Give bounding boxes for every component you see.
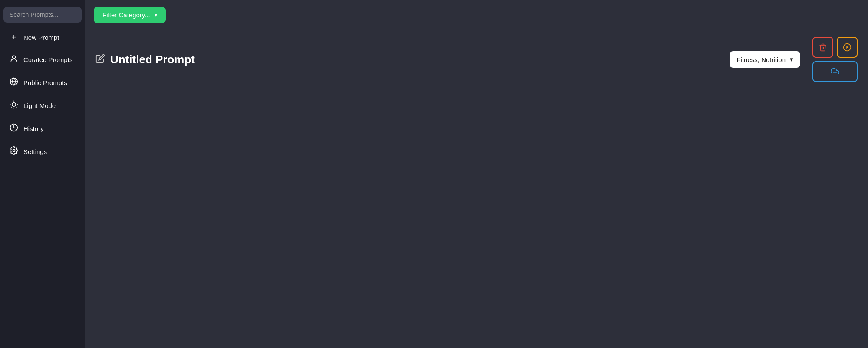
- sidebar-item-light-mode[interactable]: Light Mode: [3, 95, 82, 116]
- topbar: Filter Category... ▾: [85, 0, 868, 30]
- play-button[interactable]: [837, 37, 858, 58]
- category-label: Fitness, Nutrition: [736, 56, 786, 63]
- prompt-header: Untitled Prompt Fitness, Nutrition ▾: [85, 30, 868, 89]
- sidebar-item-new-prompt[interactable]: + New Prompt: [3, 28, 82, 47]
- curated-icon: [10, 54, 18, 65]
- plus-icon: +: [10, 33, 18, 42]
- svg-point-2: [12, 103, 16, 106]
- svg-line-10: [16, 102, 16, 102]
- sidebar-item-label: History: [23, 125, 44, 133]
- sidebar-item-history[interactable]: History: [3, 118, 82, 139]
- edit-icon: [95, 54, 105, 66]
- chevron-down-icon: ▾: [790, 56, 793, 63]
- settings-icon: [10, 146, 18, 157]
- delete-button[interactable]: [812, 37, 833, 58]
- svg-point-12: [13, 150, 15, 152]
- sidebar-item-label: Settings: [23, 148, 47, 156]
- svg-line-5: [11, 102, 12, 102]
- main-content: Filter Category... ▾ Untitled Prompt Fit…: [85, 0, 868, 348]
- filter-category-button[interactable]: Filter Category... ▾: [94, 7, 166, 23]
- sidebar-item-label: Public Prompts: [23, 79, 67, 87]
- filter-label: Filter Category...: [102, 11, 150, 19]
- svg-point-0: [13, 56, 16, 59]
- sidebar-item-label: Curated Prompts: [23, 56, 72, 64]
- prompt-title: Untitled Prompt: [110, 53, 195, 66]
- svg-line-6: [16, 107, 16, 107]
- upload-button[interactable]: [812, 61, 858, 82]
- svg-line-9: [11, 107, 12, 107]
- sidebar-item-curated-prompts[interactable]: Curated Prompts: [3, 49, 82, 70]
- globe-icon: [10, 77, 18, 88]
- sidebar-item-settings[interactable]: Settings: [3, 141, 82, 162]
- category-dropdown[interactable]: Fitness, Nutrition ▾: [730, 51, 800, 68]
- action-buttons: [812, 37, 858, 82]
- svg-marker-14: [846, 46, 848, 49]
- sidebar-item-label: Light Mode: [23, 102, 56, 110]
- sidebar-item-public-prompts[interactable]: Public Prompts: [3, 72, 82, 93]
- prompt-title-area: Untitled Prompt: [95, 53, 730, 66]
- history-icon: [10, 123, 18, 134]
- content-area: [85, 89, 868, 348]
- chevron-down-icon: ▾: [155, 12, 157, 18]
- prompt-actions: Fitness, Nutrition ▾: [730, 37, 858, 82]
- sidebar: Search Prompts... + New Prompt Curated P…: [0, 0, 85, 348]
- search-button[interactable]: Search Prompts...: [3, 7, 82, 23]
- sun-icon: [10, 100, 18, 111]
- action-row-top: [812, 37, 858, 58]
- sidebar-item-label: New Prompt: [23, 33, 59, 42]
